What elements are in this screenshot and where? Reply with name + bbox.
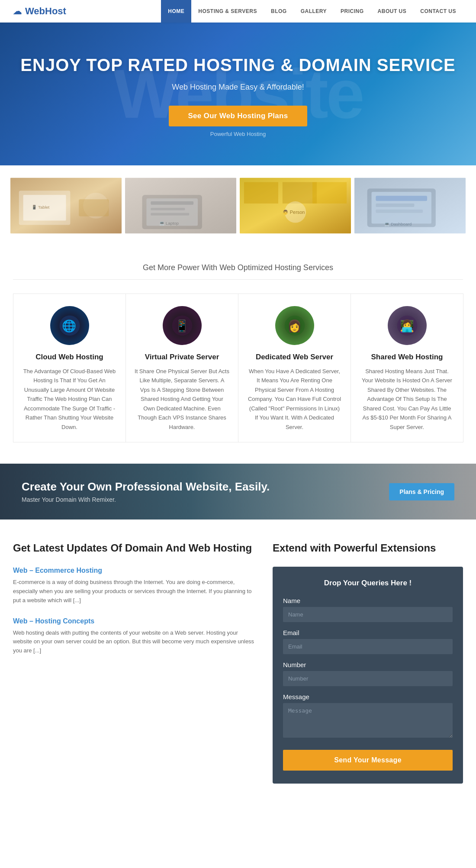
strip-image-4: 💻 Dashboard <box>354 177 466 234</box>
nav-item-about-us[interactable]: ABOUT US <box>371 0 414 23</box>
hero-subtitle: Web Hosting Made Easy & Affordable! <box>172 83 304 92</box>
number-field-group: Number <box>283 661 453 686</box>
email-label: Email <box>283 629 453 636</box>
svg-rect-9 <box>151 201 193 205</box>
service-icon-shared: 👩‍💻 <box>388 306 427 345</box>
submit-button[interactable]: Send Your Message <box>283 750 453 771</box>
service-desc-0: The Advantage Of Cloud-Based Web Hosting… <box>22 367 117 432</box>
svg-text:💻 Dashboard: 💻 Dashboard <box>384 221 412 227</box>
service-desc-3: Shared Hosting Means Just That. Your Web… <box>360 367 454 432</box>
svg-rect-10 <box>151 208 185 210</box>
svg-rect-15 <box>283 182 317 203</box>
services-subtitle: Get More Power With Web Optimized Hostin… <box>13 263 463 280</box>
cta-title: Create Your Own Professional Website, Ea… <box>22 480 270 494</box>
svg-text:📱: 📱 <box>175 319 190 333</box>
nav-item-hosting---servers[interactable]: HOSTING & SERVERS <box>191 0 264 23</box>
nav-item-pricing[interactable]: PRICING <box>334 0 371 23</box>
nav-item-gallery[interactable]: GALLERY <box>294 0 334 23</box>
service-icon-dedicated: 👩 <box>275 306 314 345</box>
strip-image-2: 💻 Laptop <box>125 177 236 234</box>
name-field-group: Name <box>283 597 453 622</box>
cta-text: Create Your Own Professional Website, Ea… <box>22 480 270 503</box>
two-col-section: Get Latest Updates Of Domain And Web Hos… <box>0 520 476 810</box>
nav-item-home[interactable]: HOME <box>161 0 191 23</box>
svg-text:👩‍💻: 👩‍💻 <box>400 319 415 333</box>
blog-excerpt-1: Web hosting deals with putting the conte… <box>13 629 255 655</box>
service-name-3: Shared Web Hosting <box>360 353 454 361</box>
blog-section-title: Get Latest Updates Of Domain And Web Hos… <box>13 541 255 555</box>
service-desc-2: When You Have A Dedicated Server, It Mea… <box>247 367 342 432</box>
strip-image-1: 📱 Tablet <box>10 177 122 234</box>
svg-text:👩: 👩 <box>287 319 302 333</box>
number-label: Number <box>283 661 453 668</box>
contact-column: Extend with Powerful Extensions Drop You… <box>273 541 463 784</box>
svg-rect-22 <box>376 196 427 201</box>
email-input[interactable] <box>283 639 453 654</box>
blog-title-1[interactable]: Web – Hosting Concepts <box>13 617 255 625</box>
navbar: ☁ WebHost HOMEHOSTING & SERVERSBLOGGALLE… <box>0 0 476 23</box>
services-grid: 🌐 Cloud Web Hosting The Advantage Of Clo… <box>13 294 463 442</box>
number-input[interactable] <box>283 671 453 686</box>
service-name-0: Cloud Web Hosting <box>22 353 117 361</box>
svg-rect-16 <box>312 182 347 203</box>
extensions-title: Extend with Powerful Extensions <box>273 541 463 555</box>
contact-form-box: Drop Your Queries Here ! Name Email Numb… <box>273 567 463 784</box>
service-desc-1: It Share One Physical Server But Acts Li… <box>135 367 229 432</box>
blog-column: Get Latest Updates Of Domain And Web Hos… <box>13 541 255 784</box>
svg-text:🌐: 🌐 <box>61 319 76 333</box>
service-icon-vps: 📱 <box>163 306 202 345</box>
email-field-group: Email <box>283 629 453 654</box>
svg-rect-11 <box>151 213 189 216</box>
nav-item-contact-us[interactable]: CONTACT US <box>413 0 463 23</box>
message-textarea[interactable] <box>283 703 453 738</box>
nav-item-blog[interactable]: BLOG <box>264 0 294 23</box>
svg-rect-24 <box>376 210 423 213</box>
blog-excerpt-0: E-commerce is a way of doing business th… <box>13 578 255 605</box>
hero-section: Website ENJOY TOP RATED HOSTING & DOMAIN… <box>0 23 476 165</box>
blog-item-0: Web – Ecommerce Hosting E-commerce is a … <box>13 567 255 605</box>
name-input[interactable] <box>283 607 453 622</box>
svg-text:👨 Person: 👨 Person <box>283 209 305 215</box>
cta-button[interactable]: Plans & Pricing <box>389 483 454 500</box>
service-card-0: 🌐 Cloud Web Hosting The Advantage Of Clo… <box>13 294 126 442</box>
svg-text:💻 Laptop: 💻 Laptop <box>159 220 179 226</box>
contact-form-title: Drop Your Queries Here ! <box>283 579 453 587</box>
services-section: Get More Power With Web Optimized Hostin… <box>0 246 476 464</box>
blog-item-1: Web – Hosting Concepts Web hosting deals… <box>13 617 255 655</box>
cloud-icon: ☁ <box>13 6 22 16</box>
hero-title: ENJOY TOP RATED HOSTING & DOMAIN SERVICE <box>20 55 455 75</box>
svg-rect-4 <box>79 199 109 216</box>
service-card-2: 👩 Dedicated Web Server When You Have A D… <box>238 294 351 442</box>
hero-caption: Powerful Web Hosting <box>210 131 266 137</box>
service-name-1: Virtual Private Server <box>135 353 229 361</box>
brand-name: WebHost <box>25 6 66 17</box>
svg-rect-23 <box>376 203 414 207</box>
nav-menu: HOMEHOSTING & SERVERSBLOGGALLERYPRICINGA… <box>161 0 463 23</box>
svg-rect-14 <box>244 182 278 203</box>
name-label: Name <box>283 597 453 604</box>
cta-subtitle: Master Your Domain With Remixer. <box>22 496 270 503</box>
blog-posts: Web – Ecommerce Hosting E-commerce is a … <box>13 567 255 655</box>
message-field-group: Message <box>283 693 453 739</box>
service-icon-cloud: 🌐 <box>50 306 89 345</box>
brand-logo[interactable]: ☁ WebHost <box>13 6 66 17</box>
svg-text:📱 Tablet: 📱 Tablet <box>32 204 49 210</box>
message-label: Message <box>283 693 453 700</box>
strip-image-3: 👨 Person <box>240 177 351 234</box>
hero-cta-button[interactable]: See Our Web Hosting Plans <box>169 106 307 126</box>
service-card-3: 👩‍💻 Shared Web Hosting Shared Hosting Me… <box>351 294 463 442</box>
image-strip: 📱 Tablet 💻 Laptop <box>0 165 476 246</box>
cta-banner: Create Your Own Professional Website, Ea… <box>0 464 476 520</box>
service-name-2: Dedicated Web Server <box>247 353 342 361</box>
service-card-1: 📱 Virtual Private Server It Share One Ph… <box>125 294 238 442</box>
blog-title-0[interactable]: Web – Ecommerce Hosting <box>13 567 255 574</box>
